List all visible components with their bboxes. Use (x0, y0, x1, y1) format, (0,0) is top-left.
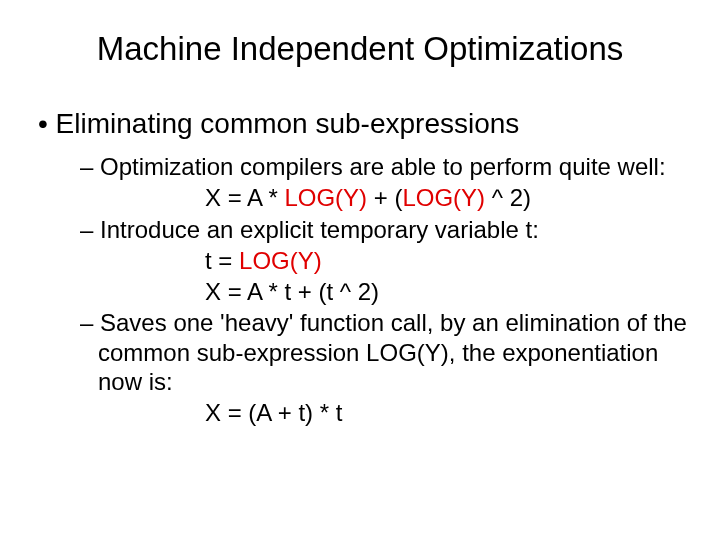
expr-highlight: LOG(Y) (284, 184, 367, 211)
bullet-level2: Optimization compilers are able to perfo… (80, 152, 690, 181)
slide: Machine Independent Optimizations Elimin… (0, 0, 720, 540)
slide-title: Machine Independent Optimizations (30, 30, 690, 68)
expr-text: ^ 2) (485, 184, 531, 211)
bullet-level1: Eliminating common sub-expressions (38, 108, 690, 140)
expr-text: X = A * (205, 184, 284, 211)
code-line: t = LOG(Y) (205, 246, 690, 275)
bullet-level2: Saves one 'heavy' function call, by an e… (80, 308, 690, 396)
expr-text: t = (205, 247, 239, 274)
bullet-level2: Introduce an explicit temporary variable… (80, 215, 690, 244)
code-line: X = (A + t) * t (205, 398, 690, 427)
code-line: X = A * t + (t ^ 2) (205, 277, 690, 306)
expr-highlight: LOG(Y) (239, 247, 322, 274)
expr-highlight: LOG(Y) (402, 184, 485, 211)
expr-text: + ( (367, 184, 402, 211)
code-line: X = A * LOG(Y) + (LOG(Y) ^ 2) (205, 183, 690, 212)
